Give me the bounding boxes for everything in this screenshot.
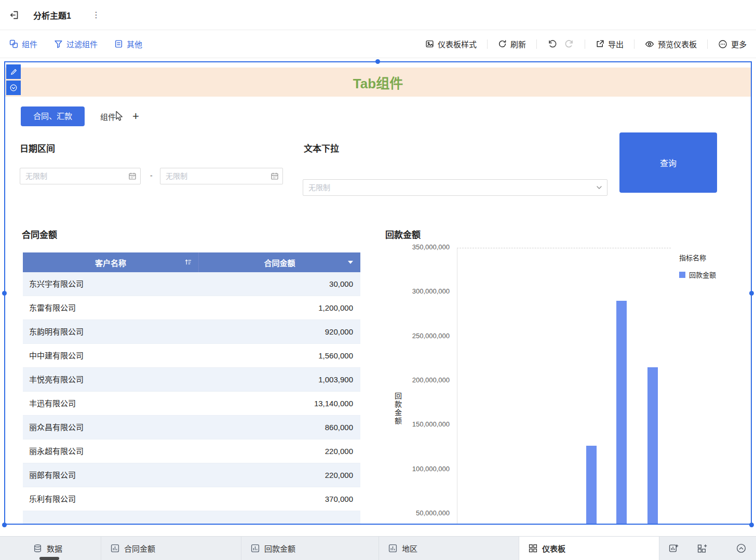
bar[interactable] (647, 367, 658, 525)
components-button[interactable]: 组件 (9, 38, 37, 49)
contract-amount-cell: 920,000 (199, 320, 360, 343)
resize-handle-top[interactable] (375, 59, 380, 64)
query-button[interactable]: 查询 (619, 132, 717, 193)
y-tick-label: 200,000,000 (379, 376, 450, 384)
collapse-chevron-icon[interactable] (6, 81, 21, 95)
bottom-tab-label: 仪表板 (542, 543, 565, 554)
tab-component[interactable]: 组件 (100, 111, 116, 122)
contract-table-title: 合同金额 (22, 228, 57, 241)
column-header-amount[interactable]: 合同金额 (199, 252, 360, 272)
contract-table: 客户名称 合同金额 东兴宇有限公司30,000东雷有限公司1,200,000东韵… (23, 252, 360, 525)
scrollbar-thumb[interactable] (39, 557, 59, 560)
sort-icon[interactable] (184, 258, 192, 266)
collapse-bar-icon[interactable] (736, 543, 747, 554)
table-row[interactable]: 东韵明有限公司920,000 (23, 320, 360, 344)
tab-contract-remit[interactable]: 合同、汇款 (21, 106, 85, 126)
bar[interactable] (586, 446, 597, 525)
bar[interactable] (616, 301, 627, 525)
y-tick-label: 100,000,000 (379, 465, 450, 473)
add-tab-button[interactable]: + (132, 111, 139, 122)
table-row[interactable]: 丰悦亮有限公司1,003,900 (23, 368, 360, 392)
table-row[interactable]: 东雷有限公司1,200,000 (23, 296, 360, 320)
filter-components-label: 过滤组件 (66, 38, 98, 49)
component-edit-buttons (6, 64, 21, 97)
customer-name-cell: 乐利有限公司 (23, 487, 199, 511)
contract-amount-cell: 1,200,000 (199, 296, 360, 319)
preview-button[interactable]: 预览仪表板 (645, 38, 697, 49)
bottom-tab-2[interactable]: 合同金额 (101, 537, 241, 560)
customer-name-cell: 中中建有限公司 (23, 344, 199, 367)
exit-icon[interactable] (9, 10, 20, 20)
bottom-tab-label: 地区 (402, 543, 417, 554)
contract-table-body: 东兴宇有限公司30,000东雷有限公司1,200,000东韵明有限公司920,0… (23, 272, 360, 525)
filter-caret-icon[interactable] (348, 261, 353, 264)
bottom-tab-5[interactable]: 仪表板 (519, 537, 659, 560)
dashboard-style-label: 仪表板样式 (438, 38, 477, 49)
chart-icon (111, 544, 119, 553)
resize-handle-bottom-left[interactable] (2, 523, 7, 527)
redo-icon[interactable] (564, 39, 574, 49)
table-row[interactable]: 丽众昌有限公司860,000 (23, 416, 360, 439)
legend-item-label: 回款金额 (689, 270, 716, 279)
resize-handle-bottom-right[interactable] (749, 523, 754, 527)
contract-amount-cell: 860,000 (199, 416, 360, 439)
filter-icon (54, 39, 63, 48)
bottom-tabs: 数据合同金额回款金额地区仪表板 (0, 537, 659, 560)
toolbar-left: 组件 过滤组件 其他 (9, 38, 142, 49)
components-label: 组件 (22, 38, 37, 49)
customer-name-cell: 丽永超有限公司 (23, 439, 199, 463)
more-button[interactable]: 更多 (718, 38, 747, 49)
chart-icon (251, 544, 260, 553)
refresh-button[interactable]: 刷新 (498, 38, 526, 49)
resize-handle-right[interactable] (749, 291, 754, 296)
text-dropdown-label: 文本下拉 (304, 141, 339, 154)
edit-pencil-icon[interactable] (6, 64, 21, 79)
customer-name-cell: 丰悦亮有限公司 (23, 368, 199, 391)
date-from-input[interactable] (20, 168, 141, 184)
dashboard-canvas[interactable]: Tab组件 合同、汇款 组件 + 日期区间 - 文本下拉 查询 合同金额 客户名… (4, 61, 752, 525)
table-row-partial (23, 511, 360, 525)
title-menu-icon[interactable]: ⋮ (92, 10, 101, 20)
export-button[interactable]: 导出 (596, 38, 624, 49)
others-button[interactable]: 其他 (114, 38, 142, 49)
add-component-icon[interactable] (669, 543, 679, 553)
toolbar-separator (585, 39, 585, 49)
bottom-tab-4[interactable]: 地区 (379, 537, 519, 560)
bottom-tab-label: 合同金额 (124, 543, 155, 554)
table-row[interactable]: 丰迅有限公司13,140,000 (23, 392, 360, 416)
dashboard-style-button[interactable]: 仪表板样式 (425, 38, 477, 49)
export-icon (596, 39, 604, 48)
table-row[interactable]: 东兴宇有限公司30,000 (23, 272, 360, 296)
legend-title: 指标名称 (679, 252, 716, 262)
bottom-bar-right (659, 537, 756, 560)
filter-components-button[interactable]: 过滤组件 (54, 38, 98, 49)
app-title: 分析主题1 (33, 9, 71, 21)
text-dropdown-input[interactable] (303, 179, 608, 196)
legend-swatch (679, 272, 685, 278)
contract-amount-cell: 370,000 (199, 487, 360, 511)
date-to-field (160, 168, 283, 184)
tab-strip: 合同、汇款 组件 + (21, 106, 139, 126)
column-header-customer[interactable]: 客户名称 (23, 252, 199, 272)
bottom-tab-3[interactable]: 回款金额 (241, 537, 379, 560)
resize-handle-left[interactable] (2, 291, 7, 296)
add-dashboard-icon[interactable] (697, 543, 707, 553)
table-row[interactable]: 丽永超有限公司220,000 (23, 439, 360, 463)
plot-area (457, 248, 671, 525)
dashboard-style-icon (425, 39, 434, 48)
legend-item[interactable]: 回款金额 (679, 270, 716, 279)
date-to-input[interactable] (160, 168, 283, 184)
tab-banner: Tab组件 (5, 68, 751, 97)
table-row[interactable]: 乐利有限公司370,000 (23, 487, 360, 511)
others-icon (114, 39, 123, 48)
table-row[interactable]: 丽郎有限公司220,000 (23, 463, 360, 487)
components-icon (9, 39, 18, 48)
undo-icon[interactable] (547, 39, 557, 49)
contract-amount-cell: 30,000 (199, 272, 360, 296)
table-row[interactable]: 中中建有限公司1,560,000 (23, 344, 360, 368)
database-icon (33, 544, 42, 553)
date-range-label: 日期区间 (20, 141, 55, 154)
range-separator: - (150, 171, 153, 180)
toolbar-right: 仪表板样式 刷新 导出 预览仪表板 更多 (425, 38, 747, 49)
refresh-label: 刷新 (510, 38, 526, 49)
